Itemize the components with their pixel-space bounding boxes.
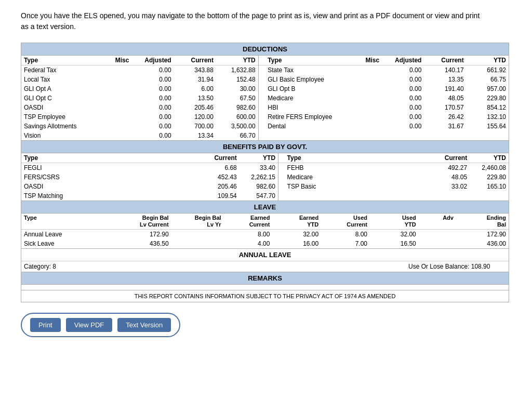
ded-misc-right [350, 103, 382, 112]
ben-ytd-right: 229.80 [470, 172, 509, 182]
leave-earned-current: 4.00 [224, 239, 273, 248]
view-pdf-button[interactable]: View PDF [66, 318, 113, 332]
ded-ytd-right [467, 131, 509, 140]
ded-adjusted-right: 0.00 [382, 75, 424, 84]
print-button[interactable]: Print [30, 318, 61, 332]
ded-type-left: GLI Opt A [21, 84, 99, 94]
ben-ytd-left: 2,262.15 [240, 172, 278, 182]
benefits-col-current-right: Current [431, 153, 470, 163]
deductions-col-current-left: Current [174, 56, 216, 65]
ded-adjusted-left: 0.00 [131, 84, 174, 94]
ded-current-left: 120.00 [174, 112, 216, 122]
ded-ytd-right: 957.00 [467, 84, 509, 94]
ded-misc-right [350, 94, 382, 103]
ded-current-left: 343.88 [174, 65, 216, 75]
ben-ytd-left: 33.40 [240, 163, 278, 173]
ded-current-right: 26.42 [424, 112, 466, 122]
ded-ytd-left: 67.50 [216, 94, 258, 103]
ben-type-right [285, 191, 363, 201]
leave-begin-bal-yr [171, 230, 224, 240]
ded-current-left: 205.46 [174, 103, 216, 112]
benefits-row: FEGLI 6.68 33.40 FEHB 492.27 2,460.08 [21, 163, 509, 173]
benefits-row: FERS/CSRS 452.43 2,262.15 Medicare 48.05… [21, 172, 509, 182]
ded-ytd-left: 1,632.88 [216, 65, 258, 75]
ded-adjusted-left: 0.00 [131, 122, 174, 131]
ded-adjusted-right: 0.00 [382, 103, 424, 112]
ded-type-left: TSP Employee [21, 112, 99, 122]
ded-misc-left [99, 103, 131, 112]
leave-col-used-current: UsedCurrent [321, 214, 370, 230]
benefits-row: TSP Matching 109.54 547.70 [21, 191, 509, 201]
ded-current-right: 140.17 [424, 65, 466, 75]
ded-ytd-left: 152.48 [216, 75, 258, 84]
benefits-col-type-right: Type [285, 153, 363, 163]
category-label: Category: 8 [21, 261, 125, 272]
ded-adjusted-right: 0.00 [382, 112, 424, 122]
leave-adv [419, 230, 456, 240]
ben-ytd-left: 547.70 [240, 191, 278, 201]
ben-type-right: FEHB [285, 163, 363, 173]
ben-current-left: 6.68 [201, 163, 240, 173]
deductions-row: Vision 0.00 13.34 66.70 [21, 131, 509, 140]
deductions-col-type-left: Type [21, 56, 99, 65]
ded-current-right: 31.67 [424, 122, 466, 131]
ded-misc-left [99, 131, 131, 140]
ded-misc-left [99, 84, 131, 94]
ded-adjusted-left: 0.00 [131, 131, 174, 140]
annual-leave-table: Category: 8 Use Or Lose Balance: 108.90 [21, 261, 509, 272]
ded-ytd-left: 982.60 [216, 103, 258, 112]
leave-row: Sick Leave 436.50 4.00 16.00 7.00 16.50 … [21, 239, 509, 248]
footer-text: THIS REPORT CONTAINS INFORMATION SUBJECT… [21, 290, 509, 302]
leave-col-earned-ytd: EarnedYTD [272, 214, 321, 230]
ded-ytd-left: 600.00 [216, 112, 258, 122]
ded-ytd-right: 229.80 [467, 94, 509, 103]
leave-used-current: 7.00 [321, 239, 370, 248]
ded-type-right: GLI Basic Employee [265, 75, 349, 84]
ded-type-left: Savings Allotments [21, 122, 99, 131]
ded-adjusted-right: 0.00 [382, 65, 424, 75]
ded-type-left: Federal Tax [21, 65, 99, 75]
leave-col-begin-bal-yr: Begin BalLv Yr [171, 214, 224, 230]
text-version-button[interactable]: Text Version [117, 318, 171, 332]
ded-type-right: GLI Opt B [265, 84, 349, 94]
leave-col-used-ytd: UsedYTD [370, 214, 419, 230]
ded-adjusted-right [382, 131, 424, 140]
leave-table: Type Begin BalLv Current Begin BalLv Yr … [21, 214, 509, 248]
deductions-row: Savings Allotments 0.00 700.00 3,500.00 … [21, 122, 509, 131]
benefits-col-current-left: Current [201, 153, 240, 163]
ded-adjusted-left: 0.00 [131, 103, 174, 112]
use-or-lose-label: Use Or Lose Balance: 108.90 [406, 261, 509, 272]
ded-current-right: 48.05 [424, 94, 466, 103]
ded-type-right: HBI [265, 103, 349, 112]
leave-col-type: Type [21, 214, 111, 230]
ded-current-left: 13.50 [174, 94, 216, 103]
ben-type-left: OASDI [21, 182, 93, 191]
benefits-col-ytd-right: YTD [470, 153, 509, 163]
ded-type-right: Medicare [265, 94, 349, 103]
ben-current-right: 492.27 [431, 163, 470, 173]
ded-current-right: 191.40 [424, 84, 466, 94]
deductions-row: TSP Employee 0.00 120.00 600.00 Retire F… [21, 112, 509, 122]
benefits-col-ytd-left: YTD [240, 153, 278, 163]
ded-adjusted-left: 0.00 [131, 112, 174, 122]
leave-earned-current: 8.00 [224, 230, 273, 240]
ded-ytd-left: 30.00 [216, 84, 258, 94]
ded-current-left: 31.94 [174, 75, 216, 84]
benefits-col-type-left: Type [21, 153, 93, 163]
ben-ytd-right: 2,460.08 [470, 163, 509, 173]
ben-type-left: FEGLI [21, 163, 93, 173]
ded-ytd-right: 66.75 [467, 75, 509, 84]
leave-used-ytd: 16.50 [370, 239, 419, 248]
deductions-row: GLI Opt C 0.00 13.50 67.50 Medicare 0.00… [21, 94, 509, 103]
leave-col-earned-current: EarnedCurrent [224, 214, 273, 230]
ben-ytd-right: 165.10 [470, 182, 509, 191]
ben-type-left: TSP Matching [21, 191, 93, 201]
benefits-row: OASDI 205.46 982.60 TSP Basic 33.02 165.… [21, 182, 509, 191]
ben-current-right: 33.02 [431, 182, 470, 191]
deductions-col-adjusted-left: Adjusted [131, 56, 174, 65]
leave-earned-ytd: 32.00 [272, 230, 321, 240]
ben-current-left: 109.54 [201, 191, 240, 201]
leave-type: Annual Leave [21, 230, 111, 240]
ben-current-left: 452.43 [201, 172, 240, 182]
ben-type-left: FERS/CSRS [21, 172, 93, 182]
